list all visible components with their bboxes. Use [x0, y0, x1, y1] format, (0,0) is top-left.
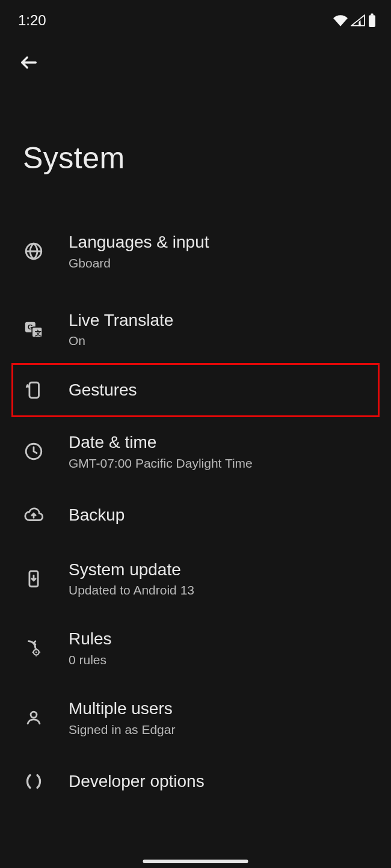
row-title: Gestures: [69, 380, 137, 400]
svg-text:G: G: [28, 324, 33, 331]
svg-point-13: [31, 712, 37, 718]
gesture-icon: [23, 379, 45, 401]
clock-icon: [23, 441, 45, 462]
svg-text:文: 文: [34, 329, 42, 337]
row-subtitle: 0 rules: [69, 653, 112, 667]
rules-icon: [23, 637, 45, 659]
row-subtitle: On: [69, 334, 173, 348]
row-backup[interactable]: Backup: [0, 486, 391, 544]
topbar: [0, 34, 391, 76]
row-title: Backup: [69, 505, 125, 525]
row-live-translate[interactable]: G文 Live Translate On: [0, 295, 391, 364]
update-icon: [23, 568, 45, 590]
svg-rect-1: [369, 15, 375, 27]
row-subtitle: Signed in as Edgar: [69, 723, 175, 737]
row-multiple-users[interactable]: Multiple users Signed in as Edgar: [0, 683, 391, 753]
row-title: Developer options: [69, 771, 205, 792]
svg-rect-2: [371, 14, 373, 16]
page-title: System: [0, 76, 391, 176]
row-developer-options[interactable]: Developer options: [0, 753, 391, 810]
developer-icon: [23, 771, 45, 792]
row-gestures[interactable]: Gestures: [12, 364, 379, 417]
battery-icon: [368, 13, 377, 28]
settings-list: Languages & input Gboard G文 Live Transla…: [0, 216, 391, 810]
globe-icon: [23, 240, 45, 262]
row-title: Multiple users: [69, 698, 175, 719]
translate-icon: G文: [23, 318, 45, 340]
row-title: Date & time: [69, 432, 253, 453]
status-icons: !: [333, 13, 377, 28]
row-rules[interactable]: Rules 0 rules: [0, 613, 391, 683]
arrow-left-icon: [19, 52, 39, 75]
row-languages-input[interactable]: Languages & input Gboard: [0, 216, 391, 286]
svg-text:!: !: [360, 17, 362, 25]
nav-gesture-bar[interactable]: [143, 860, 248, 863]
backup-icon: [23, 504, 45, 526]
users-icon: [23, 707, 45, 729]
wifi-icon: [333, 14, 348, 26]
back-button[interactable]: [17, 52, 41, 76]
row-date-time[interactable]: Date & time GMT-07:00 Pacific Daylight T…: [0, 417, 391, 486]
row-subtitle: Updated to Android 13: [69, 583, 194, 598]
row-subtitle: GMT-07:00 Pacific Daylight Time: [69, 456, 253, 471]
row-system-update[interactable]: System update Updated to Android 13: [0, 544, 391, 614]
row-title: Live Translate: [69, 310, 173, 331]
signal-icon: !: [351, 14, 365, 26]
status-time: 1:20: [18, 12, 46, 29]
row-title: Languages & input: [69, 232, 209, 252]
status-bar: 1:20 !: [0, 0, 391, 34]
row-subtitle: Gboard: [69, 256, 209, 270]
svg-rect-8: [29, 382, 39, 398]
row-title: Rules: [69, 629, 112, 649]
row-title: System update: [69, 560, 194, 580]
svg-point-12: [35, 652, 37, 653]
